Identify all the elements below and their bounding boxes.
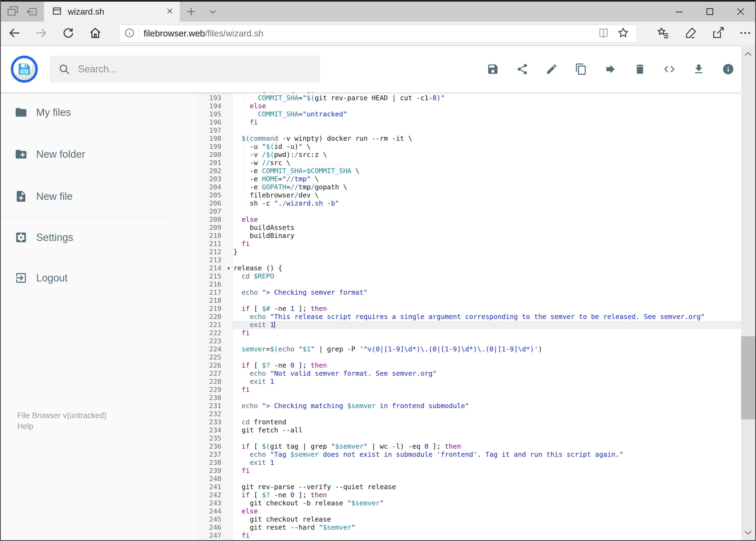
- code-line-228[interactable]: exit 1: [232, 377, 741, 386]
- code-line-199[interactable]: -u "$(id -u)" \: [232, 143, 741, 151]
- code-line-214[interactable]: release () {: [232, 264, 741, 272]
- code-line-208[interactable]: else: [232, 216, 741, 224]
- hub-icon[interactable]: [656, 26, 670, 41]
- code-line-235[interactable]: [232, 434, 741, 442]
- scrollbar-thumb[interactable]: [741, 336, 755, 419]
- code-line-242[interactable]: if [ $? -ne 0 ]; then: [232, 491, 741, 499]
- copy-button[interactable]: [575, 63, 587, 75]
- sidebar-item-new-file[interactable]: New file: [15, 189, 73, 204]
- save-button[interactable]: [487, 63, 499, 75]
- search-input[interactable]: Search...: [50, 56, 320, 83]
- page-info-icon[interactable]: [124, 27, 135, 40]
- code-line-194[interactable]: else: [232, 102, 741, 110]
- page-scrollbar[interactable]: [741, 46, 755, 540]
- code-line-203[interactable]: -e HOME="//tmp" \: [232, 175, 741, 183]
- delete-button[interactable]: [634, 63, 646, 75]
- scroll-up-icon[interactable]: [741, 46, 755, 62]
- code-line-196[interactable]: fi: [232, 118, 741, 126]
- indent-guide: [245, 92, 245, 118]
- code-line-193[interactable]: COMMIT_SHA="$(git rev-parse HEAD | cut -…: [232, 94, 741, 102]
- code-line-213[interactable]: [232, 256, 741, 264]
- code-line-204[interactable]: -e GOPATH=//tmp/gopath \: [232, 183, 741, 191]
- rename-button[interactable]: [546, 63, 558, 75]
- code-line-230[interactable]: [232, 394, 741, 402]
- tab-list-chevron-icon[interactable]: [204, 2, 221, 22]
- code-line-224[interactable]: semver=$(echo "$1" | grep -P '^v(0|[1-9]…: [232, 345, 741, 353]
- code-line-245[interactable]: git checkout release: [232, 515, 741, 523]
- code-line-247[interactable]: fi: [232, 532, 741, 540]
- maximize-button[interactable]: [694, 2, 725, 22]
- code-line-233[interactable]: cd frontend: [232, 418, 741, 426]
- minimize-button[interactable]: [664, 2, 694, 22]
- download-button[interactable]: [692, 63, 705, 75]
- sidebar-item-my-files[interactable]: My files: [15, 105, 71, 120]
- code-line-207[interactable]: [232, 208, 741, 216]
- code-line-217[interactable]: echo "> Checking semver format": [232, 288, 741, 296]
- code-line-216[interactable]: [232, 280, 741, 288]
- code-editor[interactable]: if [ $? -eq 0 ]; then COMMIT_SHA="$(git …: [232, 92, 741, 541]
- code-line-225[interactable]: [232, 353, 741, 361]
- sidebar-item-new-folder[interactable]: New folder: [15, 147, 85, 162]
- code-line-226[interactable]: if [ $? -ne 0 ]; then: [232, 361, 741, 369]
- tab-close-icon[interactable]: [166, 7, 174, 16]
- code-line-237[interactable]: echo "Tag $semver does not exist in subm…: [232, 450, 741, 459]
- code-line-220[interactable]: echo "This release script requires a sin…: [232, 313, 741, 321]
- home-icon[interactable]: [89, 26, 102, 41]
- code-line-229[interactable]: fi: [232, 386, 741, 394]
- favorite-star-icon[interactable]: [617, 26, 630, 41]
- gutter-line-202: 202: [196, 167, 232, 175]
- move-button[interactable]: [604, 63, 617, 75]
- code-line-222[interactable]: fi: [232, 329, 741, 337]
- fold-arrow-icon[interactable]: ▾: [227, 264, 230, 272]
- back-icon[interactable]: [8, 26, 21, 41]
- code-line-206[interactable]: sh -c "./wizard.sh -b": [232, 199, 741, 208]
- window-close-button[interactable]: [725, 2, 756, 22]
- code-line-195[interactable]: COMMIT_SHA="untracked": [232, 110, 741, 118]
- annotate-pen-icon[interactable]: [684, 26, 697, 41]
- code-line-227[interactable]: echo "Not valid semver format. See semve…: [232, 369, 741, 377]
- code-line-212[interactable]: }: [232, 248, 741, 256]
- code-line-231[interactable]: echo "> Checking matching $semver in fro…: [232, 402, 741, 410]
- code-line-202[interactable]: -e COMMIT_SHA=$COMMIT_SHA \: [232, 167, 741, 175]
- code-line-221[interactable]: exit 1: [232, 321, 741, 329]
- browser-tab[interactable]: wizard.sh: [44, 2, 180, 22]
- code-line-210[interactable]: buildBinary: [232, 232, 741, 240]
- code-line-240[interactable]: [232, 475, 741, 483]
- refresh-icon[interactable]: [62, 26, 75, 41]
- gutter-line-217: 217: [196, 288, 232, 296]
- code-line-205[interactable]: filebrowser/dev \: [232, 191, 741, 199]
- new-tab-button[interactable]: [182, 2, 200, 22]
- sidebar-item-logout[interactable]: Logout: [15, 270, 68, 285]
- code-line-200[interactable]: -v /$(pwd):/src:z \: [232, 151, 741, 159]
- code-line-215[interactable]: cd $REPO: [232, 272, 741, 280]
- code-line-243[interactable]: git checkout -b release "$semver": [232, 499, 741, 507]
- more-ellipsis-icon[interactable]: [738, 26, 752, 41]
- code-line-236[interactable]: if [ $(git tag | grep "$semver" | wc -l)…: [232, 442, 741, 450]
- code-line-239[interactable]: fi: [232, 467, 741, 475]
- code-line-234[interactable]: git fetch --all: [232, 426, 741, 434]
- code-line-197[interactable]: [232, 126, 741, 135]
- code-line-223[interactable]: [232, 337, 741, 345]
- code-line-238[interactable]: exit 1: [232, 459, 741, 467]
- code-line-232[interactable]: [232, 410, 741, 418]
- editor-button[interactable]: [663, 63, 675, 75]
- code-line-219[interactable]: if [ $# -ne 1 ]; then: [232, 305, 741, 313]
- share-button[interactable]: [516, 63, 529, 75]
- code-line-244[interactable]: else: [232, 507, 741, 515]
- code-line-209[interactable]: buildAssets: [232, 224, 741, 232]
- sidebar-item-settings[interactable]: Settings: [15, 230, 73, 245]
- text-cursor: [274, 321, 275, 328]
- help-link[interactable]: Help: [17, 421, 106, 432]
- code-line-218[interactable]: [232, 296, 741, 305]
- code-line-241[interactable]: git rev-parse --verify --quiet release: [232, 483, 741, 491]
- tab-preview-icon[interactable]: [5, 4, 19, 19]
- code-line-211[interactable]: fi: [232, 240, 741, 248]
- code-line-246[interactable]: git reset --hard "$semver": [232, 523, 741, 532]
- set-tabs-aside-icon[interactable]: [25, 4, 39, 19]
- code-line-198[interactable]: $(command -v winpty) docker run --rm -it…: [232, 135, 741, 143]
- code-line-201[interactable]: -w //src \: [232, 159, 741, 167]
- info-button[interactable]: [722, 63, 734, 75]
- scroll-down-icon[interactable]: [741, 525, 755, 540]
- url-field[interactable]: filebrowser.web/files/wizard.sh: [119, 25, 637, 42]
- share-page-icon[interactable]: [711, 26, 725, 41]
